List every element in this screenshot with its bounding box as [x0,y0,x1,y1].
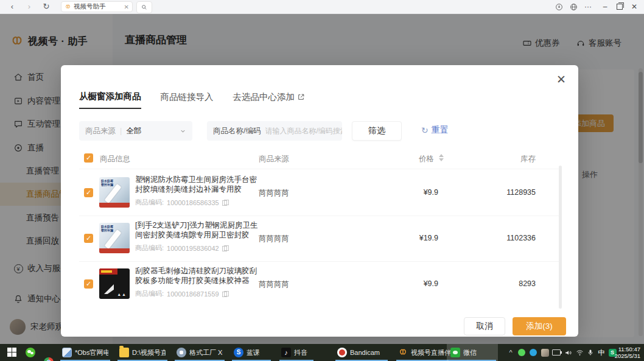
browser-tab[interactable]: 视频号助手 ✕ [61,1,133,12]
add-product-modal: ✕ 从橱窗添加商品 商品链接导入 去选品中心添加 商品来源 | 全部 商品名称/… [61,65,578,337]
start-button[interactable] [7,348,17,357]
refresh-icon[interactable]: ↻ [40,1,52,13]
ime-indicator[interactable]: 中 [597,348,606,357]
taskbar-app-bandicam[interactable]: Bandicam [334,344,390,361]
col-stock: 库存 [520,154,536,164]
code-prefix: 商品编码: [135,244,164,253]
tab-add-from-showcase[interactable]: 从橱窗添加商品 [79,91,141,109]
taskbar-app-obs[interactable]: *Obs官网电脑... [58,344,112,361]
tab-label: 从橱窗添加商品 [79,91,141,102]
taskbar-clock[interactable]: 11:50:47 2025/5/31 [615,346,640,359]
search-input-label: 商品名称/编码 [213,126,261,136]
source-filter-dropdown[interactable]: 商品来源 | 全部 [79,121,192,141]
product-search-input[interactable]: 商品名称/编码 请输入商品名称/编码搜索 [207,121,342,141]
divider [79,169,560,169]
source-filter-label: 商品来源 [85,126,116,136]
product-source: 苘苘苘苘 [259,188,289,198]
reset-button[interactable]: ↻ 重置 [421,125,449,136]
channels-logo-icon [398,348,408,357]
taskbar-app-douyin[interactable]: ♪ 抖音 [278,344,315,361]
modal-scrollbar[interactable] [559,166,562,309]
more-menu-icon[interactable]: ··· [581,0,595,13]
window-restore-button[interactable] [612,0,627,13]
tray-expand-icon[interactable]: ^ [506,348,515,357]
wifi-icon[interactable] [575,348,584,357]
window-close-button[interactable]: ✕ [627,0,642,13]
lanke-icon: S [234,348,243,357]
wechat-taskbar-icon[interactable] [26,348,35,357]
volume-icon[interactable] [564,348,572,357]
table-header: 商品信息 商品来源 价格 库存 [61,152,578,169]
bandicam-icon [337,348,347,357]
product-title: [到手2支送铲刀]强力塑钢泥厨房卫生间密封胶美缝填隙专用厨卫密封胶150M... [135,220,264,240]
product-title: 塑钢泥防水防霉卫生间厨房洗手台密封胶填缝剂美缝封边补漏专用胶150ml... [135,175,264,194]
tab-go-selection-center[interactable]: 去选品中心添加 [233,91,306,109]
row-checkbox[interactable] [84,234,93,243]
taskbar-app-format-factory[interactable]: 格式工厂 X64 ... [173,344,226,361]
format-factory-icon [177,348,186,357]
code-value: 10000186871559 [167,290,219,298]
copy-icon[interactable] [222,245,228,251]
taskbar-app-lanke[interactable]: S 蓝课 [230,344,273,361]
filter-button[interactable]: 筛选 [352,121,402,141]
screen: ‹ › ↻ 视频号助手 ✕ ··· – ✕ 视频号 · 助手 [0,0,644,361]
microphone-icon[interactable] [586,348,595,357]
product-stock: 1102336 [481,234,536,242]
row-checkbox[interactable] [84,279,93,289]
tray-telegram-icon[interactable] [529,348,537,357]
product-price: ¥9.9 [390,188,438,197]
taskbar-app-label: 微信 [463,348,477,357]
product-stock: 1128935 [481,188,536,197]
tray-battery-icon[interactable] [552,348,561,357]
taskbar-app-label: 蓝课 [247,348,260,357]
taskbar-app-explorer[interactable]: D:\视频号直播... [116,344,169,361]
window-minimize-button[interactable]: – [598,0,612,13]
chrome-taskbar-icon[interactable] [44,357,54,361]
table-row: 防水防霉密封补漏 [到手2支送铲刀]强力塑钢泥厨房卫生间密封胶美缝填隙专用厨卫密… [61,216,578,261]
tray-wechat-icon[interactable] [517,348,526,357]
cancel-button[interactable]: 取消 [464,317,505,335]
code-prefix: 商品编码: [135,198,164,207]
product-price: ¥19.9 [390,234,438,242]
source-filter-value: 全部 [126,126,141,136]
price-sort-icon[interactable] [439,154,444,161]
select-all-checkbox[interactable] [84,153,93,163]
product-source: 苘苘苘苘 [259,234,289,244]
table-row: 防水防霉密封补漏 塑钢泥防水防霉卫生间厨房洗手台密封胶填缝剂美缝封边补漏专用胶1… [61,170,578,216]
code-value: 10000195836042 [167,245,219,252]
wechat-window-icon [450,348,460,357]
search-input-placeholder: 请输入商品名称/编码搜索 [265,126,342,136]
code-prefix: 商品编码: [135,289,164,298]
tab-title: 视频号助手 [74,2,124,11]
taskbar-app-label: D:\视频号直播... [132,348,166,357]
product-title: 刮胶器毛刺修边清硅胶刮刀玻璃胶刮胶板多功能专用打胶美缝抹胶神器 [135,266,264,286]
download-icon[interactable] [551,0,566,13]
taskbar-app-label: Bandicam [350,349,380,356]
taskbar-app-wechat-window[interactable]: 微信 [447,344,498,361]
clock-time: 11:50:47 [615,346,640,352]
globe-icon[interactable] [566,0,581,13]
col-product-info: 商品信息 [100,154,130,164]
table-row: ▲▲ 刮胶器毛刺修边清硅胶刮刀玻璃胶刮胶板多功能专用打胶美缝抹胶神器 商品编码:… [61,261,578,307]
tab-import-by-link[interactable]: 商品链接导入 [161,91,214,109]
back-icon[interactable]: ‹ [6,1,18,13]
search-icon [141,4,147,10]
row-checkbox[interactable] [84,188,93,197]
tray-avatar-icon[interactable] [541,348,549,357]
tab-close-icon[interactable]: ✕ [124,4,129,10]
clock-date: 2025/5/31 [615,352,640,359]
modal-tabs: 从橱窗添加商品 商品链接导入 去选品中心添加 [79,91,305,109]
product-price: ¥9.9 [390,279,438,288]
modal-close-icon[interactable]: ✕ [556,74,566,85]
product-image: 防水防霉密封补漏 [99,177,130,208]
new-tab-search-button[interactable] [136,1,152,13]
col-product-source: 商品来源 [259,154,289,164]
product-source: 苘苘苘苘 [259,279,289,290]
forward-icon[interactable]: › [23,1,35,13]
confirm-add-button[interactable]: 添加(3) [513,317,566,335]
taskbar-app-label: 抖音 [294,348,307,357]
copy-icon[interactable] [222,200,228,206]
folder-icon [119,348,129,357]
browser-titlebar: ‹ › ↻ 视频号助手 ✕ ··· – ✕ [0,0,644,14]
copy-icon[interactable] [222,291,228,297]
